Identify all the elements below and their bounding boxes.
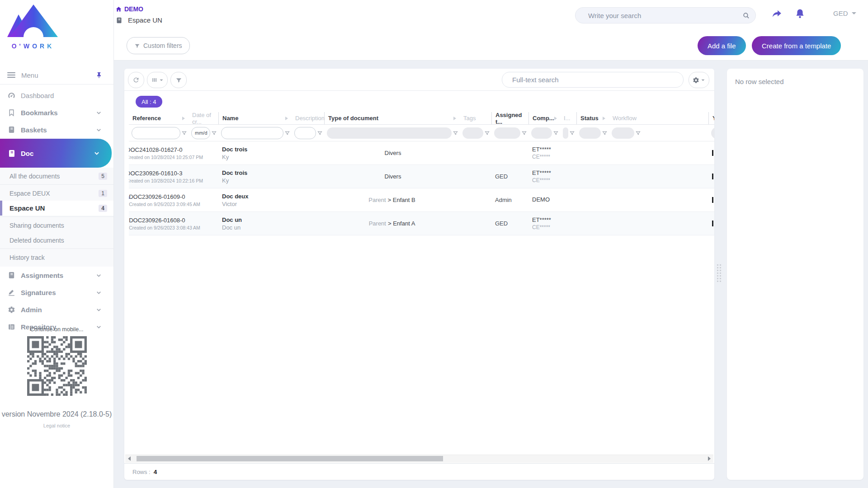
sort-arrow-icon: [603, 117, 605, 120]
table-row[interactable]: DOC241028-01627-0Created on 10/28/2024 1…: [129, 141, 714, 165]
refresh-icon: [132, 76, 140, 84]
share-icon[interactable]: [771, 8, 783, 19]
global-search: [575, 7, 756, 23]
sidebar-subitem-deleted-documents[interactable]: Deleted documents: [0, 233, 113, 248]
filter-chip-all[interactable]: All : 4: [136, 96, 162, 108]
breadcrumb-space-label: Espace UN: [128, 16, 162, 24]
column-header-type[interactable]: Type of document: [324, 112, 460, 124]
filter-input-name[interactable]: [221, 127, 283, 139]
cell-clipped: [708, 165, 714, 188]
refresh-button[interactable]: [128, 72, 144, 88]
cell-assigned: Admin: [491, 188, 528, 211]
user-menu[interactable]: GED: [833, 9, 856, 17]
table-settings-button[interactable]: [689, 72, 709, 88]
column-header-comp[interactable]: Comp...: [528, 112, 560, 124]
filter-input-description[interactable]: [294, 127, 316, 139]
cell-date: [189, 141, 218, 164]
filter-field-y[interactable]: [711, 127, 714, 139]
table-row[interactable]: DOC230926-01608-0Created on 9/26/2023 3:…: [129, 212, 714, 235]
column-filter-icon[interactable]: [636, 131, 641, 136]
sidebar-subitem-espace-un[interactable]: Espace UN 4: [0, 201, 113, 216]
sidebar-item-admin[interactable]: Admin: [0, 301, 113, 318]
column-filter-icon[interactable]: [212, 131, 217, 136]
chevron-down-icon: [96, 290, 102, 296]
column-header-date[interactable]: Date of cr...: [189, 112, 218, 124]
column-filter-icon[interactable]: [317, 131, 322, 136]
column-filter-icon[interactable]: [182, 131, 187, 136]
breadcrumb-space[interactable]: Espace UN: [116, 16, 162, 24]
app-logo[interactable]: O'WORK: [6, 4, 60, 50]
filter-field-status[interactable]: [579, 127, 601, 139]
sidebar-item-bookmarks[interactable]: Bookmarks: [0, 104, 113, 121]
column-filter-icon[interactable]: [602, 131, 607, 136]
cell-clipped: [708, 141, 714, 164]
sidebar-subitem-all-documents[interactable]: All the documents 5: [0, 169, 113, 183]
sidebar-subitem-espace-deux[interactable]: Espace DEUX 1: [0, 186, 113, 201]
scrollbar-thumb[interactable]: [137, 456, 443, 461]
column-header-workflow[interactable]: Workflow: [609, 112, 708, 124]
filter-field-i[interactable]: [563, 127, 568, 139]
gear-icon: [693, 77, 699, 84]
fulltext-search-input[interactable]: [502, 76, 683, 84]
filter-button[interactable]: [170, 72, 187, 88]
create-from-template-button[interactable]: Create from a template: [752, 36, 841, 55]
chevron-down-icon: [96, 272, 102, 278]
column-header-reference[interactable]: Reference: [129, 112, 189, 124]
sidebar-item-signatures[interactable]: Signatures: [0, 284, 113, 301]
column-filter-icon[interactable]: [285, 131, 290, 136]
cell-reference: DOC230926-01608-0Created on 9/26/2023 3:…: [129, 212, 189, 235]
sidebar-item-dashboard[interactable]: Dashboard: [0, 87, 113, 104]
filter-field-workflow[interactable]: [612, 127, 634, 139]
documents-panel: All : 4 ReferenceDate of cr...NameDescri…: [124, 69, 714, 480]
table-row[interactable]: DOC230926-01610-3Created on 10/28/2024 1…: [129, 165, 714, 188]
column-header-name[interactable]: Name: [218, 112, 292, 124]
add-file-button[interactable]: Add a file: [698, 36, 746, 55]
sidebar-subitem-sharing-documents[interactable]: Sharing documents: [0, 218, 113, 233]
search-icon[interactable]: [742, 12, 750, 19]
column-header-y[interactable]: Y...: [708, 112, 714, 124]
cell-date: [189, 165, 218, 188]
subitem-label: Sharing documents: [9, 222, 64, 229]
legal-notice-link[interactable]: Legal notice: [0, 423, 113, 428]
scroll-left-arrow[interactable]: [128, 456, 131, 461]
sidebar-subitem-history-track[interactable]: History track: [0, 250, 113, 265]
column-header-description[interactable]: Description: [292, 112, 324, 124]
sidebar-item-doc[interactable]: Doc: [0, 139, 112, 168]
table-row[interactable]: wDOC230926-01609-0Created on 9/26/2023 3…: [129, 188, 714, 212]
hamburger-icon: [7, 72, 15, 78]
cell-status: [576, 212, 609, 235]
menu-toggle[interactable]: Menu: [0, 67, 113, 83]
sidebar-item-assignments[interactable]: Assignments: [0, 267, 113, 284]
column-filter-icon[interactable]: [553, 131, 558, 136]
filter-field-comp[interactable]: [531, 127, 552, 139]
custom-filters-button[interactable]: Custom filters: [127, 37, 190, 54]
column-header-assigned[interactable]: Assigned t...: [491, 112, 528, 124]
filter-input-reference[interactable]: [132, 127, 180, 139]
filter-field-type[interactable]: [327, 127, 452, 139]
filter-field-assigned[interactable]: [494, 127, 520, 139]
pin-icon[interactable]: [95, 71, 103, 79]
column-filter-icon[interactable]: [453, 131, 458, 136]
scroll-right-arrow[interactable]: [708, 456, 711, 461]
bell-icon[interactable]: [794, 8, 806, 19]
column-header-i[interactable]: I...: [560, 112, 576, 124]
panel-resize-handle[interactable]: [717, 264, 721, 282]
global-search-input[interactable]: [576, 12, 742, 19]
table-header-row: ReferenceDate of cr...NameDescriptionTyp…: [129, 112, 714, 125]
filter-field-tags[interactable]: [462, 127, 483, 139]
column-filter-icon[interactable]: [570, 131, 575, 136]
column-header-status[interactable]: Status: [576, 112, 609, 124]
detail-panel: No row selected: [727, 69, 863, 480]
column-filter-icon[interactable]: [522, 131, 527, 136]
table-toolbar: [124, 69, 714, 91]
sidebar-item-baskets[interactable]: Baskets: [0, 121, 113, 138]
filter-date-input[interactable]: mm/d: [191, 127, 210, 139]
breadcrumb-home[interactable]: DEMO: [115, 5, 143, 13]
column-header-tags[interactable]: Tags: [460, 112, 491, 124]
fulltext-search: [502, 72, 684, 88]
columns-button[interactable]: [147, 72, 168, 88]
filter-cell-type: [324, 127, 460, 139]
cell-workflow: [609, 212, 708, 235]
doc-submenu: All the documents 5 Espace DEUX 1 Espace…: [0, 168, 113, 267]
column-filter-icon[interactable]: [485, 131, 490, 136]
